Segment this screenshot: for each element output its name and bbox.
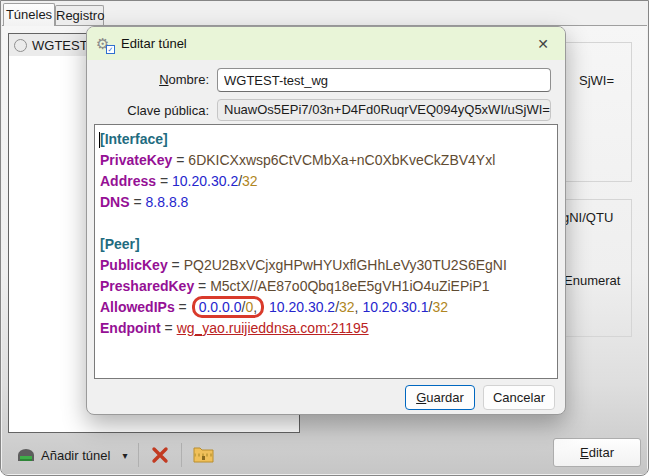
edit-button[interactable]: Editar [553,438,641,467]
toolbar-separator [181,443,182,467]
delete-x-icon [150,445,170,465]
public-key-label: Clave pública: [87,103,209,118]
close-icon: ✕ [537,36,549,52]
config-line: AllowedIPs = 0.0.0.0/0, 10.20.30.2/32, 1… [100,297,557,318]
tab-log[interactable]: Registro [55,5,104,25]
config-line: [Interface] [100,129,557,150]
tab-bar: Túneles Registro [1,1,648,25]
close-button[interactable]: ✕ [529,32,557,56]
delete-tunnel-button[interactable] [144,442,176,468]
tab-log-label: Registro [56,8,104,23]
edit-tunnel-dialog: ⚙ ✓ Editar túnel ✕ Nombre: Clave pública… [86,26,566,415]
cancel-button[interactable]: Cancelar [483,385,555,410]
peer-pubkey-fragment: gNI/QTU [562,210,613,225]
config-line: Address = 10.20.30.2/32 [100,171,557,192]
text-caret [99,132,100,148]
tab-tunnels-label: Túneles [6,7,52,22]
dialog-buttons: Guardar Cancelar [87,385,565,413]
export-tunnels-button[interactable] [187,444,220,467]
chevron-down-icon[interactable]: ▾ [122,450,127,461]
tunnel-item-label: WGTEST- [32,38,91,53]
add-tunnel-button[interactable]: Añadir túnel ▾ [11,445,133,466]
config-line [100,213,557,234]
config-editor[interactable]: [Interface]PrivateKey = 6DKICXxwsp6CtVCM… [94,124,558,379]
dialog-title: Editar túnel [121,36,187,51]
save-button[interactable]: Guardar [405,385,475,410]
tunnel-toolbar: Añadir túnel ▾ [2,438,422,472]
check-badge-icon: ✓ [106,45,115,54]
config-line: [Peer] [100,234,557,255]
config-line: PresharedKey = M5ctX//AE87o0Qbq18eE5gVH1… [100,276,557,297]
tunnel-icon [17,448,35,462]
zip-folder-icon [193,447,214,464]
config-line: PublicKey = PQ2U2BxVCjxgHPwHYUxflGHhLeVy… [100,255,557,276]
tab-tunnels[interactable]: Túneles [3,3,55,26]
toolbar-separator [138,443,139,467]
name-label: Nombre: [87,72,209,87]
edit-tunnel-icon: ⚙ ✓ [96,35,114,53]
dialog-titlebar: ⚙ ✓ Editar túnel ✕ [87,27,565,60]
config-line: Endpoint = wg_yao.ruijieddnsa.com:21195 [100,318,557,339]
add-tunnel-label: Añadir túnel [41,448,110,463]
peer-text-fragment: Enumerat [564,273,620,288]
name-input[interactable] [217,68,551,92]
wireguard-window: Túneles Registro WGTEST- SjWI= gNI/QTU E… [0,0,649,476]
config-line: PrivateKey = 6DKICXxwsp6CtVCMbXa+nC0XbKv… [100,150,557,171]
allowedips-highlight: 0.0.0.0/0, [192,296,264,318]
interface-pubkey-fragment: SjWI= [579,73,614,88]
tunnel-status-icon [14,39,27,52]
config-line: DNS = 8.8.8.8 [100,192,557,213]
public-key-field: NuawOs5EPi7/03n+D4Fd0RuqrVEQ094yQ5xWI/uS… [217,99,551,121]
